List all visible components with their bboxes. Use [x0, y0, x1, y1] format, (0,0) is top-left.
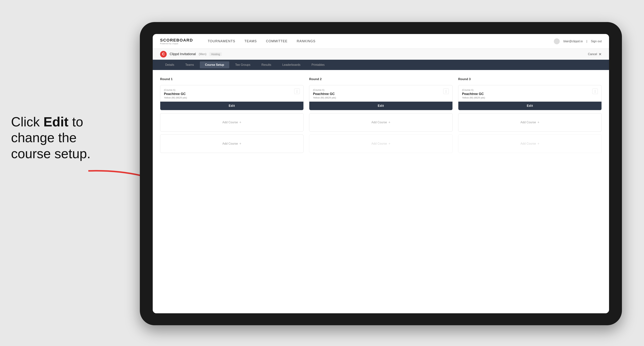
nav-rankings[interactable]: RANKINGS [297, 38, 316, 45]
round-3-course-details: Yellow (M) (6629 yds) [462, 96, 485, 99]
hosting-badge: Hosting [210, 52, 222, 56]
sign-out-link[interactable]: Sign out [591, 40, 602, 43]
round-3-add-course-2-label: Add Course [520, 142, 536, 145]
user-email: blair@clippd.io [564, 40, 583, 43]
delete-icon-2: ⋮ [444, 90, 448, 93]
card-header-2: (Course A) Peachtree GC Yellow (M) (6629… [313, 89, 449, 102]
round-3-course-name: Peachtree GC [462, 92, 485, 96]
round-3-label: Round 3 [458, 77, 602, 81]
round-3-add-course-1-label: Add Course [520, 121, 536, 124]
sub-header: C Clippd Invitational (Men) Hosting Canc… [153, 49, 609, 60]
round-1-add-course-2-label: Add Course [222, 142, 238, 145]
instruction-text: Click Edit to change the course setup. [0, 107, 107, 169]
plus-icon-r3-2: + [538, 142, 540, 146]
round-2-delete-button[interactable]: ⋮ [443, 89, 449, 94]
round-1-course-name: Peachtree GC [164, 92, 187, 96]
round-3-edit-button[interactable]: Edit [458, 102, 602, 110]
tab-teams[interactable]: Teams [180, 61, 199, 68]
round-3-add-course-1[interactable]: Add Course + [458, 113, 602, 132]
round-1-delete-button[interactable]: ⋮ [294, 89, 300, 94]
plus-icon-r2-1: + [388, 121, 390, 124]
round-1-edit-button[interactable]: Edit [160, 102, 304, 110]
round-1-course-card: (Course A) Peachtree GC Yellow (M) (6629… [160, 85, 304, 110]
instruction-bold: Edit [44, 115, 68, 129]
tab-printables[interactable]: Printables [306, 61, 330, 68]
round-1-label: Round 1 [160, 77, 304, 81]
round-1-course-details: Yellow (M) (6629 yds) [164, 96, 187, 99]
logo-sub: Powered by clippd [160, 43, 193, 45]
plus-icon-r3-1: + [538, 121, 540, 124]
tablet-frame: SCOREBOARD Powered by clippd TOURNAMENTS… [140, 22, 622, 325]
round-2-add-course-1-label: Add Course [371, 121, 387, 124]
delete-icon-3: ⋮ [594, 90, 596, 93]
round-2-course-tag: (Course A) [313, 89, 336, 91]
pipe-separator: | [586, 40, 587, 43]
nav-right: blair@clippd.io | Sign out [554, 38, 602, 44]
round-2-column: Round 2 (Course A) Peachtree GC Yellow (… [309, 77, 453, 153]
tab-bar: Details Teams Course Setup Tee Groups Re… [153, 60, 609, 70]
tab-details[interactable]: Details [160, 61, 180, 68]
tournament-name: Clippd Invitational [170, 52, 196, 56]
round-2-course-card: (Course A) Peachtree GC Yellow (M) (6629… [309, 85, 453, 110]
round-3-course-tag: (Course A) [462, 89, 485, 91]
round-2-course-name: Peachtree GC [313, 92, 336, 96]
round-2-add-course-2-label: Add Course [371, 142, 387, 145]
tournament-logo: C [160, 51, 167, 57]
tab-course-setup[interactable]: Course Setup [200, 61, 229, 68]
round-1-column: Round 1 (Course A) Peachtree GC Yellow (… [160, 77, 304, 153]
round-3-add-course-2: Add Course + [458, 135, 602, 153]
round-1-add-course-1-label: Add Course [222, 121, 238, 124]
tournament-gender: (Men) [199, 53, 206, 56]
main-content: Round 1 (Course A) Peachtree GC Yellow (… [153, 70, 609, 313]
tab-tee-groups[interactable]: Tee Groups [230, 61, 256, 68]
nav-links: TOURNAMENTS TEAMS COMMITTEE RANKINGS [208, 38, 543, 45]
round-1-add-course-2[interactable]: Add Course + [160, 135, 304, 153]
round-3-column: Round 3 (Course A) Peachtree GC Yellow (… [458, 77, 602, 153]
round-2-add-course-2: Add Course + [309, 135, 453, 153]
instruction-prefix: Click [11, 115, 44, 129]
nav-teams[interactable]: TEAMS [244, 38, 257, 45]
logo-text: SCOREBOARD [160, 38, 193, 43]
nav-committee[interactable]: COMMITTEE [266, 38, 288, 45]
plus-icon-r2-2: + [388, 142, 390, 146]
card-header-1: (Course A) Peachtree GC Yellow (M) (6629… [164, 89, 300, 102]
plus-icon-r1-2: + [240, 142, 242, 146]
tournament-info: C Clippd Invitational (Men) Hosting [160, 51, 222, 57]
logo-area: SCOREBOARD Powered by clippd [160, 38, 193, 45]
round-3-course-card: (Course A) Peachtree GC Yellow (M) (6629… [458, 85, 602, 110]
round-2-label: Round 2 [309, 77, 453, 81]
round-2-course-details: Yellow (M) (6629 yds) [313, 96, 336, 99]
rounds-grid: Round 1 (Course A) Peachtree GC Yellow (… [160, 77, 602, 153]
card-header-3: (Course A) Peachtree GC Yellow (M) (6629… [462, 89, 598, 102]
round-1-add-course-1[interactable]: Add Course + [160, 113, 304, 132]
nav-tournaments[interactable]: TOURNAMENTS [208, 38, 235, 45]
round-1-course-tag: (Course A) [164, 89, 187, 91]
plus-icon-r1-1: + [240, 121, 242, 124]
round-2-add-course-1[interactable]: Add Course + [309, 113, 453, 132]
round-2-edit-button[interactable]: Edit [309, 102, 452, 110]
round-3-delete-button[interactable]: ⋮ [592, 89, 598, 94]
delete-icon-1: ⋮ [296, 90, 298, 93]
cancel-x-icon: ✕ [598, 52, 602, 56]
top-nav: SCOREBOARD Powered by clippd TOURNAMENTS… [153, 34, 609, 49]
user-avatar [554, 38, 560, 44]
tab-leaderboards[interactable]: Leaderboards [277, 61, 306, 68]
tablet-screen: SCOREBOARD Powered by clippd TOURNAMENTS… [153, 34, 609, 313]
tab-results[interactable]: Results [256, 61, 276, 68]
cancel-button[interactable]: Cancel ✕ [588, 52, 602, 56]
